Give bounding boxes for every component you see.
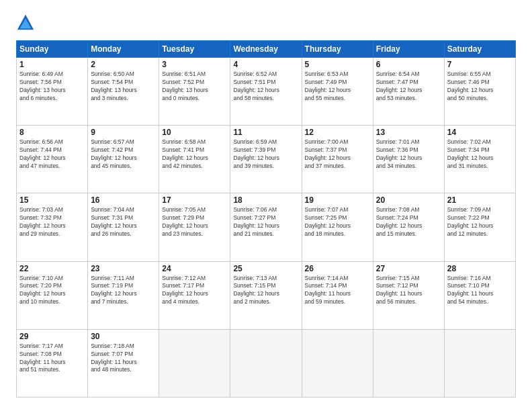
day-info: Sunrise: 7:02 AM Sunset: 7:34 PM Dayligh… <box>447 138 513 171</box>
calendar-week-3: 22Sunrise: 7:10 AM Sunset: 7:20 PM Dayli… <box>17 261 516 329</box>
calendar-cell: 2Sunrise: 6:50 AM Sunset: 7:54 PM Daylig… <box>88 58 159 126</box>
calendar-cell: 29Sunrise: 7:17 AM Sunset: 7:08 PM Dayli… <box>17 329 88 397</box>
day-info: Sunrise: 7:06 AM Sunset: 7:27 PM Dayligh… <box>233 206 298 238</box>
calendar-cell <box>373 329 444 397</box>
day-info: Sunrise: 6:56 AM Sunset: 7:44 PM Dayligh… <box>19 138 85 171</box>
col-header-sunday: Sunday <box>17 41 88 58</box>
calendar-cell: 15Sunrise: 7:03 AM Sunset: 7:32 PM Dayli… <box>17 193 88 261</box>
day-info: Sunrise: 7:00 AM Sunset: 7:37 PM Dayligh… <box>305 138 370 171</box>
day-info: Sunrise: 7:05 AM Sunset: 7:29 PM Dayligh… <box>162 206 227 238</box>
calendar-cell: 3Sunrise: 6:51 AM Sunset: 7:52 PM Daylig… <box>159 58 230 126</box>
calendar-cell: 1Sunrise: 6:49 AM Sunset: 7:56 PM Daylig… <box>17 58 88 126</box>
day-number: 1 <box>19 60 85 69</box>
page: SundayMondayTuesdayWednesdayThursdayFrid… <box>0 0 532 411</box>
calendar-week-2: 15Sunrise: 7:03 AM Sunset: 7:32 PM Dayli… <box>17 193 516 261</box>
calendar-cell: 9Sunrise: 6:57 AM Sunset: 7:42 PM Daylig… <box>88 126 159 193</box>
day-info: Sunrise: 7:03 AM Sunset: 7:32 PM Dayligh… <box>19 206 85 238</box>
day-info: Sunrise: 6:51 AM Sunset: 7:52 PM Dayligh… <box>162 71 227 103</box>
day-number: 18 <box>233 195 298 205</box>
day-info: Sunrise: 7:01 AM Sunset: 7:36 PM Dayligh… <box>376 138 441 171</box>
header <box>16 13 516 32</box>
day-number: 3 <box>162 60 227 69</box>
day-number: 8 <box>19 128 85 137</box>
day-info: Sunrise: 6:58 AM Sunset: 7:41 PM Dayligh… <box>162 138 227 171</box>
day-info: Sunrise: 7:10 AM Sunset: 7:20 PM Dayligh… <box>19 275 85 307</box>
day-number: 4 <box>233 60 298 69</box>
day-info: Sunrise: 7:09 AM Sunset: 7:22 PM Dayligh… <box>447 206 513 238</box>
day-number: 14 <box>447 128 513 137</box>
day-number: 15 <box>19 195 85 205</box>
day-info: Sunrise: 7:16 AM Sunset: 7:10 PM Dayligh… <box>447 275 513 307</box>
col-header-tuesday: Tuesday <box>159 41 230 58</box>
day-number: 9 <box>91 128 156 137</box>
calendar-cell: 5Sunrise: 6:53 AM Sunset: 7:49 PM Daylig… <box>302 58 373 126</box>
day-info: Sunrise: 6:49 AM Sunset: 7:56 PM Dayligh… <box>19 71 85 103</box>
day-number: 28 <box>447 264 513 273</box>
day-number: 11 <box>233 128 298 137</box>
day-number: 26 <box>305 264 370 273</box>
calendar-cell: 22Sunrise: 7:10 AM Sunset: 7:20 PM Dayli… <box>17 261 88 329</box>
col-header-monday: Monday <box>88 41 159 58</box>
logo-icon <box>16 13 35 32</box>
calendar-cell: 18Sunrise: 7:06 AM Sunset: 7:27 PM Dayli… <box>230 193 302 261</box>
day-number: 6 <box>376 60 441 69</box>
day-info: Sunrise: 6:57 AM Sunset: 7:42 PM Dayligh… <box>91 138 156 171</box>
day-info: Sunrise: 6:59 AM Sunset: 7:39 PM Dayligh… <box>233 138 298 171</box>
calendar-cell: 26Sunrise: 7:14 AM Sunset: 7:14 PM Dayli… <box>302 261 373 329</box>
calendar-cell: 10Sunrise: 6:58 AM Sunset: 7:41 PM Dayli… <box>159 126 230 193</box>
day-info: Sunrise: 7:17 AM Sunset: 7:08 PM Dayligh… <box>19 342 85 375</box>
day-number: 16 <box>91 195 156 205</box>
day-info: Sunrise: 6:53 AM Sunset: 7:49 PM Dayligh… <box>305 71 370 103</box>
calendar-cell: 27Sunrise: 7:15 AM Sunset: 7:12 PM Dayli… <box>373 261 444 329</box>
calendar-header-row: SundayMondayTuesdayWednesdayThursdayFrid… <box>17 41 516 58</box>
day-number: 20 <box>376 195 441 205</box>
day-number: 21 <box>447 195 513 205</box>
col-header-thursday: Thursday <box>302 41 373 58</box>
calendar-cell: 25Sunrise: 7:13 AM Sunset: 7:15 PM Dayli… <box>230 261 302 329</box>
day-info: Sunrise: 7:11 AM Sunset: 7:19 PM Dayligh… <box>91 275 156 307</box>
calendar-table: SundayMondayTuesdayWednesdayThursdayFrid… <box>16 40 516 398</box>
calendar-cell <box>444 329 515 397</box>
calendar-cell: 24Sunrise: 7:12 AM Sunset: 7:17 PM Dayli… <box>159 261 230 329</box>
day-info: Sunrise: 7:15 AM Sunset: 7:12 PM Dayligh… <box>376 275 441 307</box>
col-header-friday: Friday <box>373 41 444 58</box>
calendar-cell: 6Sunrise: 6:54 AM Sunset: 7:47 PM Daylig… <box>373 58 444 126</box>
calendar-cell: 8Sunrise: 6:56 AM Sunset: 7:44 PM Daylig… <box>17 126 88 193</box>
logo <box>16 13 39 32</box>
day-info: Sunrise: 7:12 AM Sunset: 7:17 PM Dayligh… <box>162 275 227 307</box>
day-number: 25 <box>233 264 298 273</box>
calendar-week-1: 8Sunrise: 6:56 AM Sunset: 7:44 PM Daylig… <box>17 126 516 193</box>
day-info: Sunrise: 7:07 AM Sunset: 7:25 PM Dayligh… <box>305 206 370 238</box>
day-info: Sunrise: 6:52 AM Sunset: 7:51 PM Dayligh… <box>233 71 298 103</box>
day-number: 30 <box>91 332 156 341</box>
day-number: 5 <box>305 60 370 69</box>
day-number: 27 <box>376 264 441 273</box>
calendar-cell: 28Sunrise: 7:16 AM Sunset: 7:10 PM Dayli… <box>444 261 515 329</box>
day-info: Sunrise: 7:08 AM Sunset: 7:24 PM Dayligh… <box>376 206 441 238</box>
day-number: 17 <box>162 195 227 205</box>
day-info: Sunrise: 7:14 AM Sunset: 7:14 PM Dayligh… <box>305 275 370 307</box>
calendar-cell: 13Sunrise: 7:01 AM Sunset: 7:36 PM Dayli… <box>373 126 444 193</box>
calendar-cell <box>230 329 302 397</box>
day-number: 29 <box>19 332 85 341</box>
day-number: 24 <box>162 264 227 273</box>
calendar-cell: 19Sunrise: 7:07 AM Sunset: 7:25 PM Dayli… <box>302 193 373 261</box>
calendar-cell: 14Sunrise: 7:02 AM Sunset: 7:34 PM Dayli… <box>444 126 515 193</box>
day-number: 7 <box>447 60 513 69</box>
calendar-week-4: 29Sunrise: 7:17 AM Sunset: 7:08 PM Dayli… <box>17 329 516 397</box>
day-number: 2 <box>91 60 156 69</box>
col-header-saturday: Saturday <box>444 41 515 58</box>
calendar-cell: 11Sunrise: 6:59 AM Sunset: 7:39 PM Dayli… <box>230 126 302 193</box>
calendar-week-0: 1Sunrise: 6:49 AM Sunset: 7:56 PM Daylig… <box>17 58 516 126</box>
day-info: Sunrise: 7:04 AM Sunset: 7:31 PM Dayligh… <box>91 206 156 238</box>
calendar-cell: 7Sunrise: 6:55 AM Sunset: 7:46 PM Daylig… <box>444 58 515 126</box>
calendar-cell: 30Sunrise: 7:18 AM Sunset: 7:07 PM Dayli… <box>88 329 159 397</box>
day-info: Sunrise: 7:13 AM Sunset: 7:15 PM Dayligh… <box>233 275 298 307</box>
day-info: Sunrise: 6:54 AM Sunset: 7:47 PM Dayligh… <box>376 71 441 103</box>
day-number: 23 <box>91 264 156 273</box>
calendar-cell: 23Sunrise: 7:11 AM Sunset: 7:19 PM Dayli… <box>88 261 159 329</box>
calendar-cell: 20Sunrise: 7:08 AM Sunset: 7:24 PM Dayli… <box>373 193 444 261</box>
day-info: Sunrise: 7:18 AM Sunset: 7:07 PM Dayligh… <box>91 342 156 375</box>
calendar-cell: 17Sunrise: 7:05 AM Sunset: 7:29 PM Dayli… <box>159 193 230 261</box>
day-number: 12 <box>305 128 370 137</box>
